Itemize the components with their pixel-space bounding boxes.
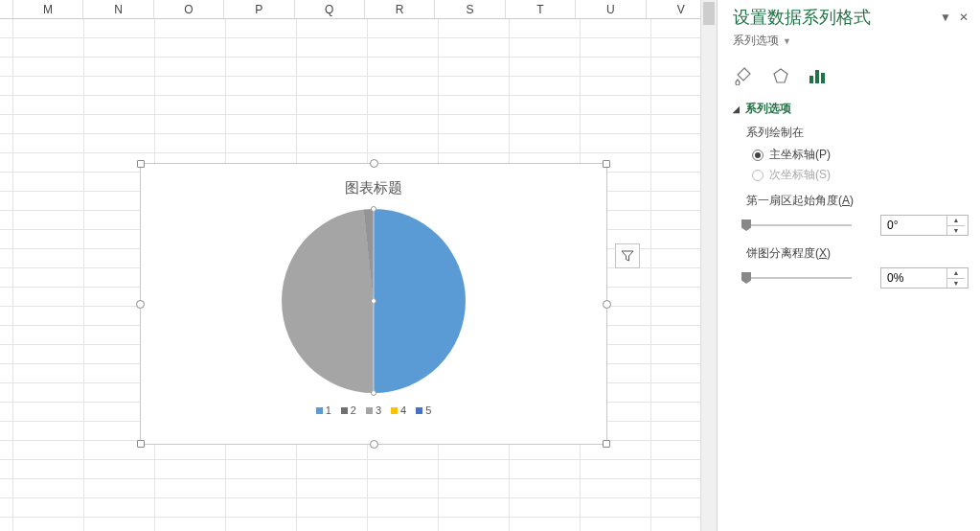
spin-down-button[interactable]: ▼ <box>947 226 965 236</box>
angle-input[interactable] <box>881 216 946 235</box>
column-headers: M N O P Q R S T U V <box>0 0 717 19</box>
pane-title: 设置数据系列格式 <box>733 6 871 29</box>
radio-label: 主坐标轴(P) <box>769 147 831 163</box>
radio-icon <box>752 170 763 181</box>
col-head[interactable]: M <box>13 0 83 18</box>
legend-item[interactable]: 2 <box>341 404 356 416</box>
col-head[interactable]: P <box>224 0 294 18</box>
col-head[interactable]: T <box>506 0 576 18</box>
series-options-dropdown[interactable]: 系列选项 ▼ <box>733 33 791 49</box>
legend-swatch <box>391 407 398 414</box>
section-title: 系列选项 <box>745 101 791 117</box>
legend-label: 2 <box>351 404 356 416</box>
dropdown-label: 系列选项 <box>733 33 779 49</box>
legend-swatch <box>366 407 373 414</box>
slider-thumb[interactable] <box>741 272 751 284</box>
pane-options-button[interactable]: ▼ <box>940 11 951 24</box>
paint-bucket-icon <box>735 66 754 85</box>
legend-label: 5 <box>425 404 431 416</box>
resize-handle-n[interactable] <box>370 159 378 168</box>
spreadsheet-grid[interactable]: M N O P Q R S T U V 图表标题 1 2 3 4 5 <box>0 0 717 531</box>
pie-handle-top[interactable] <box>371 206 376 212</box>
fill-line-tab[interactable] <box>733 64 756 87</box>
explosion-spinner[interactable]: ▲ ▼ <box>880 267 969 289</box>
explosion-slider[interactable] <box>746 269 852 287</box>
legend-item[interactable]: 5 <box>416 404 431 416</box>
pie-handle-center[interactable] <box>371 298 376 304</box>
pentagon-icon <box>771 66 790 85</box>
explosion-input[interactable] <box>881 268 946 288</box>
bar-chart-icon <box>808 66 827 85</box>
secondary-axis-radio: 次坐标轴(S) <box>752 167 969 183</box>
series-options-tab[interactable] <box>806 64 829 87</box>
funnel-icon <box>621 249 634 263</box>
resize-handle-w[interactable] <box>136 300 145 309</box>
chart-filter-button[interactable] <box>615 243 640 268</box>
spin-up-button[interactable]: ▲ <box>947 216 965 226</box>
primary-axis-radio[interactable]: 主坐标轴(P) <box>752 147 969 163</box>
slider-track-line <box>746 277 852 279</box>
legend-swatch <box>341 407 348 414</box>
resize-handle-e[interactable] <box>603 300 611 309</box>
col-head[interactable]: U <box>576 0 646 18</box>
spin-down-button[interactable]: ▼ <box>947 279 965 289</box>
col-head[interactable]: O <box>154 0 224 18</box>
svg-marker-0 <box>774 69 787 82</box>
chart-title[interactable]: 图表标题 <box>141 179 606 197</box>
effects-tab[interactable] <box>769 64 792 87</box>
svg-rect-3 <box>821 73 825 83</box>
spin-up-button[interactable]: ▲ <box>947 268 965 279</box>
plot-on-label: 系列绘制在 <box>746 125 969 141</box>
angle-slider[interactable] <box>746 217 852 234</box>
pie-handle-bottom[interactable] <box>371 390 376 396</box>
resize-handle-nw[interactable] <box>137 160 145 168</box>
col-head[interactable]: Q <box>295 0 365 18</box>
radio-icon <box>752 150 763 161</box>
legend-item[interactable]: 1 <box>316 404 331 416</box>
radio-label: 次坐标轴(S) <box>769 167 831 183</box>
legend-label: 3 <box>376 404 381 416</box>
chart-legend[interactable]: 1 2 3 4 5 <box>141 404 606 416</box>
svg-rect-1 <box>809 76 813 83</box>
chevron-down-icon: ▼ <box>783 36 791 46</box>
legend-item[interactable]: 3 <box>366 404 381 416</box>
scrollbar-thumb[interactable] <box>703 2 715 25</box>
resize-handle-s[interactable] <box>370 440 378 449</box>
pie-plot[interactable] <box>282 209 466 393</box>
legend-swatch <box>416 407 422 414</box>
pie-explosion-label: 饼图分离程度(X) <box>746 245 969 262</box>
vertical-scrollbar[interactable] <box>700 0 717 531</box>
section-header-series-options[interactable]: ◢ 系列选项 <box>733 101 969 117</box>
angle-spinner[interactable]: ▲ ▼ <box>880 215 969 236</box>
resize-handle-ne[interactable] <box>603 160 610 168</box>
svg-rect-2 <box>815 70 819 83</box>
slider-track-line <box>746 224 852 226</box>
legend-label: 4 <box>400 404 406 416</box>
chart-object[interactable]: 图表标题 1 2 3 4 5 <box>140 163 607 445</box>
resize-handle-sw[interactable] <box>137 440 145 448</box>
resize-handle-se[interactable] <box>603 440 610 448</box>
legend-swatch <box>316 407 323 414</box>
col-head-gutter <box>0 0 13 18</box>
legend-label: 1 <box>326 404 331 416</box>
col-head[interactable]: S <box>435 0 505 18</box>
first-slice-angle-label: 第一扇区起始角度(A) <box>746 193 969 209</box>
col-head[interactable]: N <box>83 0 153 18</box>
pane-close-button[interactable]: ✕ <box>959 11 969 24</box>
legend-item[interactable]: 4 <box>391 404 406 416</box>
collapse-icon: ◢ <box>733 104 740 114</box>
slider-thumb[interactable] <box>741 219 751 231</box>
col-head[interactable]: R <box>365 0 435 18</box>
format-pane: 设置数据系列格式 ▼ ✕ 系列选项 ▼ ◢ 系列选项 系列绘制在 主坐标轴(P) <box>717 0 980 531</box>
